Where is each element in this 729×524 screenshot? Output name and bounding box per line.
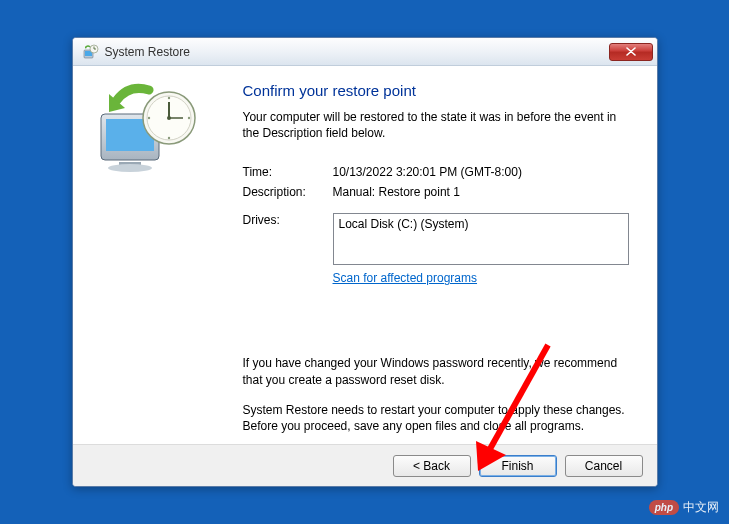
time-label: Time: (243, 165, 333, 179)
back-button[interactable]: < Back (393, 455, 471, 477)
description-value: Manual: Restore point 1 (333, 185, 629, 199)
password-note: If you have changed your Windows passwor… (243, 355, 629, 387)
svg-point-15 (147, 117, 149, 119)
drives-row: Drives: Local Disk (C:) (System) (243, 213, 629, 265)
svg-point-16 (187, 117, 189, 119)
page-title: Confirm your restore point (243, 82, 629, 99)
content-area: Confirm your restore point Your computer… (73, 66, 657, 444)
restart-note: System Restore needs to restart your com… (243, 402, 629, 434)
drives-label: Drives: (243, 213, 333, 265)
system-restore-icon (83, 44, 99, 60)
watermark: php 中文网 (649, 499, 719, 516)
titlebar[interactable]: System Restore (73, 38, 657, 66)
time-row: Time: 10/13/2022 3:20:01 PM (GMT-8:00) (243, 165, 629, 179)
finish-button[interactable]: Finish (479, 455, 557, 477)
drives-list-item: Local Disk (C:) (System) (339, 217, 623, 231)
watermark-text: 中文网 (683, 499, 719, 516)
drives-list[interactable]: Local Disk (C:) (System) (333, 213, 629, 265)
intro-text: Your computer will be restored to the st… (243, 109, 629, 141)
close-icon (626, 47, 636, 56)
svg-point-7 (108, 164, 152, 172)
system-restore-window: System Restore (72, 37, 658, 487)
svg-point-14 (167, 137, 169, 139)
system-restore-illustration-icon (91, 82, 211, 182)
main-panel: Confirm your restore point Your computer… (243, 74, 657, 444)
close-button[interactable] (609, 43, 653, 61)
svg-point-13 (167, 97, 169, 99)
scan-link-row: Scan for affected programs (243, 271, 629, 285)
window-title: System Restore (105, 45, 609, 59)
scan-affected-programs-link[interactable]: Scan for affected programs (333, 271, 478, 285)
cancel-button[interactable]: Cancel (565, 455, 643, 477)
sidebar (73, 74, 243, 444)
footer: < Back Finish Cancel (73, 444, 657, 486)
description-row: Description: Manual: Restore point 1 (243, 185, 629, 199)
time-value: 10/13/2022 3:20:01 PM (GMT-8:00) (333, 165, 629, 179)
watermark-badge: php (649, 500, 679, 515)
description-label: Description: (243, 185, 333, 199)
